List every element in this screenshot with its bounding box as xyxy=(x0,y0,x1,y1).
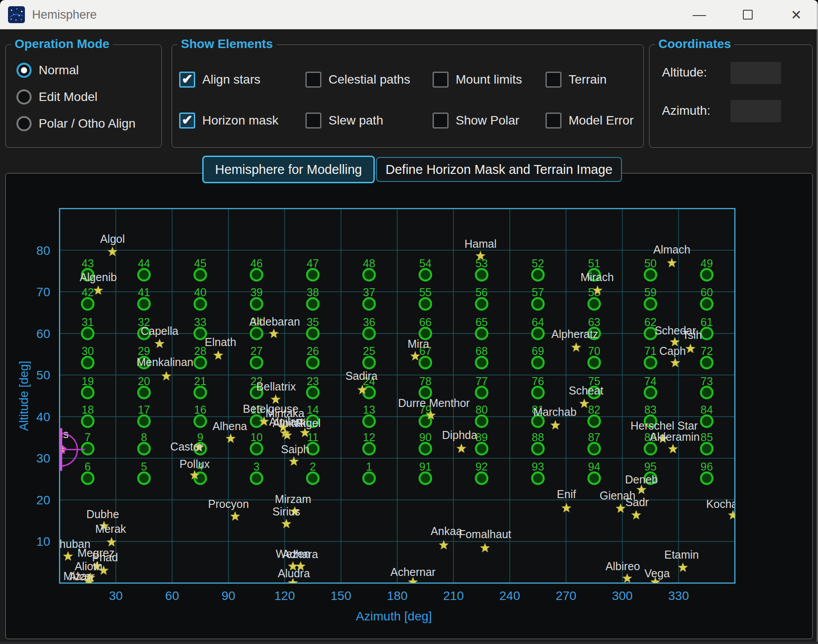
align-point-54[interactable] xyxy=(420,269,431,281)
align-point-92[interactable] xyxy=(476,472,487,484)
align-point-number: 94 xyxy=(588,460,601,473)
align-point-10[interactable] xyxy=(251,443,262,455)
align-point-3[interactable] xyxy=(251,472,262,484)
align-point-38[interactable] xyxy=(307,298,319,310)
checkbox-mount-limits[interactable]: ✔ Mount limits xyxy=(433,72,522,88)
align-point-60[interactable] xyxy=(701,298,713,310)
align-point-96[interactable] xyxy=(701,472,713,484)
align-point-40[interactable] xyxy=(194,298,206,310)
align-point-71[interactable] xyxy=(645,357,656,368)
align-point-21[interactable] xyxy=(194,387,206,398)
checkbox-horizon-mask[interactable]: ✔ Horizon mask xyxy=(179,113,278,129)
align-point-84[interactable] xyxy=(701,415,713,427)
radio-polar-otho-align[interactable]: Polar / Otho Align xyxy=(16,116,136,131)
tab-define-horizon-mask[interactable]: Define Horizon Mask and Terrain Image xyxy=(376,157,622,182)
radio-normal[interactable]: Normal xyxy=(16,63,79,78)
align-point-36[interactable] xyxy=(363,328,375,339)
minimize-button[interactable]: — xyxy=(683,0,715,29)
align-point-8[interactable] xyxy=(138,443,150,455)
align-point-37[interactable] xyxy=(363,298,375,310)
align-point-87[interactable] xyxy=(589,443,600,455)
align-point-52[interactable] xyxy=(532,269,544,281)
align-point-59[interactable] xyxy=(645,298,656,310)
align-point-61[interactable] xyxy=(701,328,713,339)
align-point-49[interactable] xyxy=(701,269,713,281)
align-point-18[interactable] xyxy=(82,415,93,427)
align-point-90[interactable] xyxy=(420,443,431,455)
align-point-27[interactable] xyxy=(251,357,262,368)
align-point-91[interactable] xyxy=(420,472,431,484)
align-point-47[interactable] xyxy=(307,269,319,281)
align-point-68[interactable] xyxy=(476,357,487,368)
align-point-1[interactable] xyxy=(363,472,375,484)
align-point-72[interactable] xyxy=(701,357,713,368)
align-point-26[interactable] xyxy=(307,357,319,368)
align-point-53[interactable] xyxy=(476,269,487,281)
align-point-2[interactable] xyxy=(307,472,319,484)
checkbox-celestial-paths-box: ✔ xyxy=(305,72,321,88)
align-point-64[interactable] xyxy=(532,328,544,339)
align-point-13[interactable] xyxy=(363,415,375,427)
align-point-number: 8 xyxy=(141,431,147,443)
azimuth-value-field[interactable] xyxy=(730,100,781,122)
align-point-70[interactable] xyxy=(589,357,600,368)
align-point-30[interactable] xyxy=(82,357,93,368)
align-point-41[interactable] xyxy=(138,298,150,310)
align-point-58[interactable] xyxy=(589,298,600,310)
align-point-42[interactable] xyxy=(82,298,93,310)
align-point-85[interactable] xyxy=(701,443,713,455)
align-point-82[interactable] xyxy=(589,415,600,427)
align-point-44[interactable] xyxy=(138,269,150,281)
align-point-48[interactable] xyxy=(363,269,375,281)
align-point-12[interactable] xyxy=(363,443,375,455)
altitude-value-field[interactable] xyxy=(730,62,781,84)
radio-edit-model[interactable]: Edit Model xyxy=(16,89,97,105)
align-point-45[interactable] xyxy=(194,269,206,281)
align-point-65[interactable] xyxy=(476,328,487,339)
align-point-number: 87 xyxy=(588,431,601,443)
align-point-56[interactable] xyxy=(476,298,487,310)
align-point-34[interactable] xyxy=(251,328,262,339)
maximize-button[interactable] xyxy=(732,0,764,29)
align-point-5[interactable] xyxy=(138,472,150,484)
checkbox-terrain[interactable]: ✔ Terrain xyxy=(545,72,607,88)
y-tick-label: 40 xyxy=(36,410,50,424)
align-point-25[interactable] xyxy=(363,357,375,368)
align-point-39[interactable] xyxy=(251,298,262,310)
align-point-86[interactable] xyxy=(645,443,656,455)
align-point-88[interactable] xyxy=(532,443,544,455)
align-point-50[interactable] xyxy=(645,269,656,281)
align-point-80[interactable] xyxy=(476,415,487,427)
align-point-7[interactable] xyxy=(82,443,93,455)
align-point-6[interactable] xyxy=(82,472,93,484)
align-point-74[interactable] xyxy=(645,387,656,398)
align-point-57[interactable] xyxy=(532,298,544,310)
align-point-69[interactable] xyxy=(532,357,544,368)
align-point-73[interactable] xyxy=(701,387,713,398)
checkbox-align-stars[interactable]: ✔ Align stars xyxy=(179,72,261,88)
checkbox-show-polar[interactable]: ✔ Show Polar xyxy=(433,113,519,129)
align-point-31[interactable] xyxy=(82,328,93,339)
tab-hemisphere-for-modelling[interactable]: Hemisphere for Modelling xyxy=(202,156,375,183)
checkbox-slew-path[interactable]: ✔ Slew path xyxy=(305,113,383,129)
align-point-93[interactable] xyxy=(532,472,544,484)
align-point-35[interactable] xyxy=(307,328,319,339)
align-point-number: 74 xyxy=(644,375,657,387)
align-point-55[interactable] xyxy=(420,298,431,310)
align-point-89[interactable] xyxy=(476,443,487,455)
align-point-20[interactable] xyxy=(138,387,150,398)
align-point-46[interactable] xyxy=(251,269,262,281)
hemisphere-chart[interactable]: 3060901201501802102402703003301020304050… xyxy=(6,173,813,640)
align-point-23[interactable] xyxy=(307,387,319,398)
align-point-19[interactable] xyxy=(82,387,93,398)
checkbox-model-error[interactable]: ✔ Model Error xyxy=(545,113,634,129)
align-point-94[interactable] xyxy=(589,472,600,484)
align-point-17[interactable] xyxy=(138,415,150,427)
align-point-67[interactable] xyxy=(420,357,431,368)
checkbox-celestial-paths[interactable]: ✔ Celestial paths xyxy=(305,72,410,88)
align-point-16[interactable] xyxy=(194,415,206,427)
align-point-28[interactable] xyxy=(194,357,206,368)
close-button[interactable]: ✕ xyxy=(780,0,812,29)
align-point-76[interactable] xyxy=(532,387,544,398)
align-point-77[interactable] xyxy=(476,387,487,398)
